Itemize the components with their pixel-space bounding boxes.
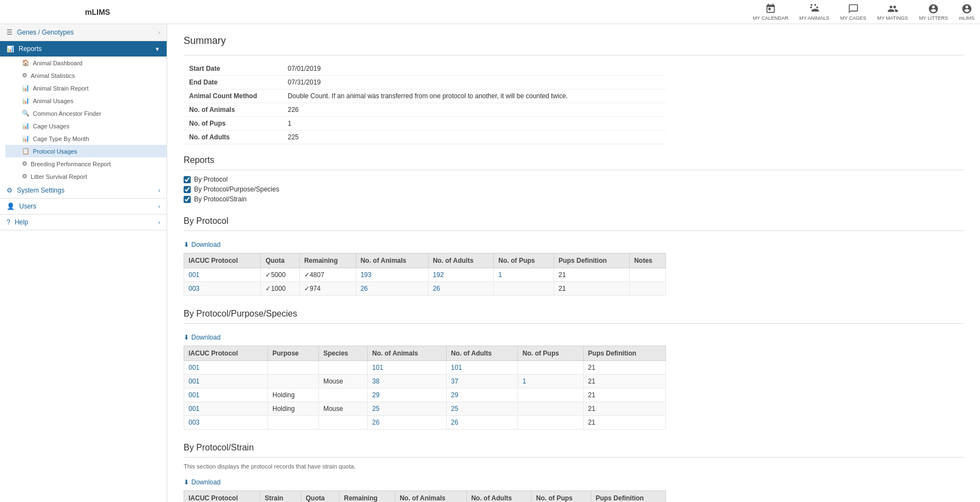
pps-protocol-link[interactable]: 001 xyxy=(184,388,268,402)
user-icon[interactable]: mLIMS xyxy=(959,3,975,21)
pps-no-animals-link[interactable]: 26 xyxy=(368,416,447,430)
checkbox-by-protocol-purpose-species-input[interactable] xyxy=(184,186,191,193)
summary-no-pups-value[interactable]: 1 xyxy=(282,117,666,131)
pps-pups-def-cell: 21 xyxy=(583,402,665,416)
summary-no-adults-value[interactable]: 225 xyxy=(282,131,666,144)
animal-usages-label: Animal Usages xyxy=(33,98,73,104)
download-icon-pps: ⬇ xyxy=(184,334,189,341)
pps-no-adults-link[interactable]: 25 xyxy=(446,402,517,416)
pps-no-adults-link[interactable]: 37 xyxy=(446,375,517,388)
pps-protocol-link[interactable]: 001 xyxy=(184,361,268,375)
pps-no-animals-link[interactable]: 38 xyxy=(368,375,447,388)
sidebar-item-cage-usages[interactable]: 📊 Cage Usages xyxy=(5,120,167,132)
pps-no-adults-link[interactable]: 29 xyxy=(446,388,517,402)
by-protocol-purpose-species-download[interactable]: ⬇ Download xyxy=(184,334,220,341)
pups-def-cell: 21 xyxy=(554,268,630,282)
reports-label: Reports xyxy=(19,45,42,53)
sidebar-item-animal-usages[interactable]: 📊 Animal Usages xyxy=(5,94,167,107)
sidebar-hamburger[interactable]: ☰ xyxy=(7,29,13,36)
page-title: Summary xyxy=(184,35,964,47)
no-adults-link[interactable]: 192 xyxy=(428,268,494,282)
sidebar-item-litter-survival[interactable]: ⚙ Litter Survival Report xyxy=(5,170,167,183)
pps-no-pups-cell xyxy=(518,361,584,375)
col-no-animals: No. of Animals xyxy=(356,253,428,268)
my-animals-icon[interactable]: MY ANIMALS xyxy=(799,3,829,21)
summary-no-animals-value[interactable]: 226 xyxy=(282,103,666,117)
sidebar-item-common-ancestor[interactable]: 🔍 Common Ancestor Finder xyxy=(5,107,167,120)
sidebar-section-users[interactable]: 👤 Users › xyxy=(0,199,167,215)
protocol-link[interactable]: 003 xyxy=(184,282,261,296)
pps-col-species: Species xyxy=(318,346,367,361)
sidebar-item-animal-dashboard[interactable]: 🏠 Animal Dashboard xyxy=(5,57,167,69)
users-arrow: › xyxy=(158,204,160,210)
checkbox-by-protocol-label: By Protocol xyxy=(194,176,227,183)
checkbox-by-protocol-strain: By Protocol/Strain xyxy=(184,195,964,203)
my-calendar-icon[interactable]: MY CALENDAR xyxy=(753,3,788,21)
pps-no-pups-cell[interactable]: 1 xyxy=(518,375,584,388)
protocol-link[interactable]: 001 xyxy=(184,268,261,282)
no-pups-cell[interactable]: 1 xyxy=(494,268,554,282)
checkbox-by-protocol-input[interactable] xyxy=(184,176,191,183)
my-animals-label: MY ANIMALS xyxy=(799,15,829,21)
pps-no-adults-link[interactable]: 101 xyxy=(446,361,517,375)
summary-row-start-date: Start Date 07/01/2019 xyxy=(184,62,666,76)
remaining-cell: ✓974 xyxy=(299,282,356,296)
no-adults-link[interactable]: 26 xyxy=(428,282,494,296)
my-cages-icon[interactable]: MY CAGES xyxy=(840,3,866,21)
checkbox-by-protocol: By Protocol xyxy=(184,176,964,183)
no-animals-link[interactable]: 193 xyxy=(356,268,428,282)
by-protocol-header-row: IACUC Protocol Quota Remaining No. of An… xyxy=(184,253,666,268)
pps-species-cell xyxy=(318,388,367,402)
pps-no-pups-cell xyxy=(518,402,584,416)
sidebar-item-animal-statistics[interactable]: ⚙ Animal Statistics xyxy=(5,69,167,82)
system-settings-label: System Settings xyxy=(17,187,65,194)
sidebar-section-help[interactable]: ? Help › xyxy=(0,215,167,230)
col-quota: Quota xyxy=(261,253,299,268)
sidebar-section-system-settings[interactable]: ⚙ System Settings › xyxy=(0,183,167,199)
sidebar-item-breeding-performance[interactable]: ⚙ Breeding Performance Report xyxy=(5,157,167,170)
pps-protocol-link[interactable]: 001 xyxy=(184,402,268,416)
animal-strain-icon: 📊 xyxy=(22,84,30,92)
topbar-icons: MY CALENDAR MY ANIMALS MY CAGES MY MATIN… xyxy=(753,3,975,21)
pps-protocol-link[interactable]: 001 xyxy=(184,375,268,388)
col-no-pups: No. of Pups xyxy=(494,253,554,268)
sidebar: mLIMS ☰ ☰ Genes / Genotypes › 📊 Reports … xyxy=(0,0,167,502)
sidebar-item-protocol-usages[interactable]: 📋 Protocol Usages xyxy=(5,145,167,157)
pps-no-animals-link[interactable]: 25 xyxy=(368,402,447,416)
litter-survival-label: Litter Survival Report xyxy=(31,173,87,180)
breadcrumb-arrow: › xyxy=(158,30,160,36)
protocol-usages-label: Protocol Usages xyxy=(33,148,77,155)
sidebar-section-reports[interactable]: 📊 Reports ▼ xyxy=(0,41,167,57)
help-icon: ? xyxy=(7,218,10,226)
by-protocol-strain-download[interactable]: ⬇ Download xyxy=(184,478,220,486)
my-matings-icon[interactable]: MY MATINGS xyxy=(877,3,908,21)
pps-no-adults-link[interactable]: 26 xyxy=(446,416,517,430)
pps-no-animals-link[interactable]: 29 xyxy=(368,388,447,402)
checkbox-by-protocol-strain-input[interactable] xyxy=(184,196,191,203)
pps-pups-def-cell: 21 xyxy=(583,361,665,375)
sidebar-item-animal-strain-report[interactable]: 📊 Animal Strain Report xyxy=(5,82,167,94)
summary-count-method-value: Double Count. If an animal was transferr… xyxy=(282,89,666,103)
strain-col-protocol: IACUC Protocol xyxy=(184,491,260,503)
pps-col-no-pups: No. of Pups xyxy=(518,346,584,361)
no-animals-link[interactable]: 26 xyxy=(356,282,428,296)
pps-protocol-link[interactable]: 003 xyxy=(184,416,268,430)
animal-dashboard-icon: 🏠 xyxy=(22,59,30,66)
col-iacuc-protocol: IACUC Protocol xyxy=(184,253,261,268)
sidebar-item-cage-type-by-month[interactable]: 📊 Cage Type By Month xyxy=(5,132,167,145)
remaining-cell: ✓4807 xyxy=(299,268,356,282)
download-label-protocol: Download xyxy=(191,241,220,249)
my-litters-icon[interactable]: MY LITTERS xyxy=(919,3,948,21)
topbar: mLIMS MY CALENDAR MY ANIMALS MY CAGES MY… xyxy=(0,0,980,24)
table-row: 001 Mouse 38 37 1 21 xyxy=(184,375,666,388)
my-litters-label: MY LITTERS xyxy=(919,15,948,21)
pps-pups-def-cell: 21 xyxy=(583,375,665,388)
pps-no-animals-link[interactable]: 101 xyxy=(368,361,447,375)
table-row: 003 26 26 21 xyxy=(184,416,666,430)
breadcrumb-link[interactable]: Genes / Genotypes xyxy=(17,29,73,36)
sidebar-reports-items: 🏠 Animal Dashboard ⚙ Animal Statistics 📊… xyxy=(0,57,167,183)
pps-species-cell: Mouse xyxy=(318,402,367,416)
my-cages-label: MY CAGES xyxy=(840,15,866,21)
pps-purpose-cell xyxy=(267,375,318,388)
by-protocol-download[interactable]: ⬇ Download xyxy=(184,241,220,249)
